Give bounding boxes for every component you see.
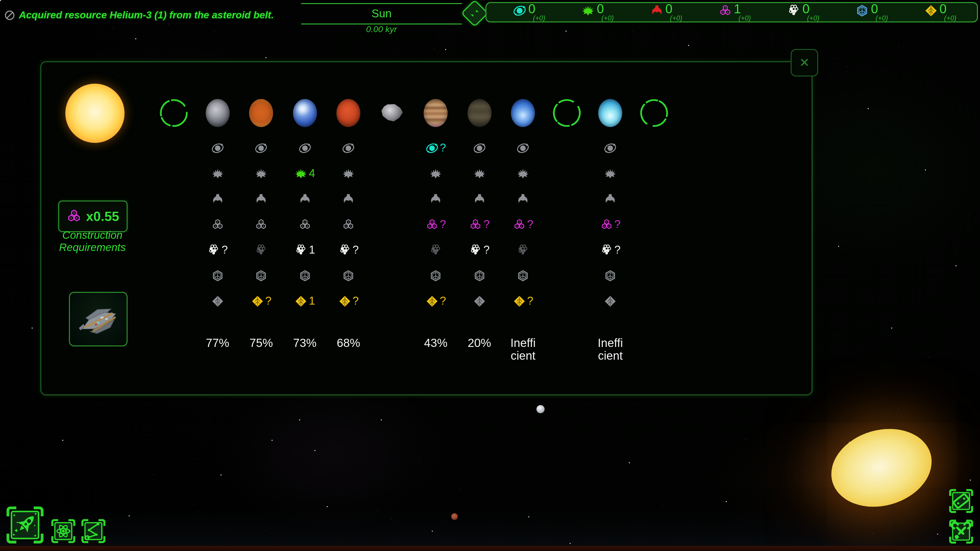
planet-mercury[interactable] bbox=[206, 96, 230, 130]
cell-jupiter-crystal bbox=[430, 263, 442, 288]
routes-button[interactable] bbox=[81, 519, 106, 543]
cell-uranus-helium-3: ? bbox=[600, 212, 620, 237]
planet-saturn[interactable] bbox=[468, 96, 492, 130]
cell-jupiter-flora bbox=[430, 161, 442, 186]
star-sun[interactable] bbox=[65, 84, 124, 143]
cell-saturn-planets bbox=[473, 135, 486, 161]
construction-multiplier: x0.55 bbox=[86, 208, 119, 224]
swap-arrows-button[interactable] bbox=[461, 0, 488, 27]
plant-icon bbox=[342, 167, 355, 180]
atom-cluster-icon bbox=[469, 244, 482, 256]
orbit-slot[interactable] bbox=[552, 96, 581, 130]
atom-cluster-icon bbox=[787, 4, 800, 17]
orbit-icon bbox=[513, 3, 526, 19]
column-mercury: ?77% bbox=[196, 96, 239, 362]
cell-value: ? bbox=[527, 218, 533, 231]
planet-neptune[interactable] bbox=[511, 96, 535, 130]
research-button[interactable] bbox=[51, 519, 76, 543]
efficiency-neptune: Inefficient bbox=[511, 337, 536, 362]
planet-mars-sphere bbox=[337, 99, 361, 127]
gem-icon bbox=[425, 295, 438, 307]
planet-jupiter-sphere bbox=[424, 99, 448, 127]
cell-mercury-crystal bbox=[211, 263, 224, 288]
cell-mars-fauna bbox=[342, 186, 355, 212]
resource-flora[interactable]: 0(+0) bbox=[582, 3, 614, 21]
resource-planets[interactable]: 0(+0) bbox=[513, 3, 546, 21]
cell-venus-crystal bbox=[255, 263, 268, 288]
orbit-icon bbox=[473, 141, 486, 154]
column-asteroid-belt bbox=[370, 96, 414, 362]
planet-mars[interactable] bbox=[337, 96, 361, 130]
plant-icon bbox=[582, 4, 595, 17]
cell-value: 4 bbox=[309, 167, 315, 180]
molecule-icon bbox=[67, 209, 82, 224]
orbit-icon bbox=[255, 141, 268, 154]
cell-uranus-crystal bbox=[604, 263, 617, 288]
claw-icon bbox=[255, 192, 268, 205]
resource-minerals[interactable]: 0(+0) bbox=[924, 3, 956, 21]
orbit-slot[interactable] bbox=[159, 96, 189, 130]
cell-neptune-flora bbox=[517, 161, 530, 186]
atom-cluster-icon bbox=[600, 244, 613, 256]
cell-saturn-helium-3: ? bbox=[469, 212, 490, 237]
background-red-planet[interactable] bbox=[451, 513, 458, 520]
atom-cluster-icon bbox=[787, 3, 800, 19]
planet-asteroid-belt[interactable] bbox=[382, 96, 403, 130]
cell-mercury-planets bbox=[211, 135, 224, 161]
cell-mars-crystal bbox=[342, 263, 355, 288]
column-uranus: ??Inefficient bbox=[589, 96, 632, 362]
gem-icon bbox=[924, 4, 937, 17]
ships-button[interactable] bbox=[6, 506, 44, 544]
planet-venus[interactable] bbox=[249, 96, 273, 130]
cell-saturn-heavy-elements: ? bbox=[469, 237, 490, 263]
cell-jupiter-minerals: ? bbox=[425, 288, 446, 314]
log-button[interactable] bbox=[949, 489, 974, 513]
resource-value: 0 bbox=[802, 3, 819, 15]
planet-uranus[interactable] bbox=[598, 96, 622, 130]
resource-fauna[interactable]: 0(+0) bbox=[650, 3, 682, 21]
resource-value: 0 bbox=[665, 3, 682, 15]
cell-value: ? bbox=[440, 218, 446, 231]
planet-earth[interactable] bbox=[293, 96, 317, 130]
resource-crystal[interactable]: 0(+0) bbox=[856, 3, 888, 21]
efficiency-uranus: Inefficient bbox=[598, 337, 623, 362]
cell-uranus-planets bbox=[604, 135, 617, 161]
cell-saturn-minerals bbox=[473, 288, 486, 314]
cell-saturn-fauna bbox=[473, 186, 486, 212]
cell-mars-flora bbox=[342, 161, 355, 186]
orbit-slot[interactable] bbox=[640, 96, 669, 130]
efficiency-venus: 75% bbox=[249, 337, 273, 349]
cell-jupiter-helium-3: ? bbox=[425, 212, 446, 237]
resource-heavy-elements[interactable]: 0(+0) bbox=[787, 3, 819, 21]
plant-icon bbox=[517, 167, 530, 180]
resource-value: 0 bbox=[528, 3, 546, 15]
background-moon[interactable] bbox=[536, 405, 545, 413]
planet-jupiter[interactable] bbox=[424, 96, 448, 130]
crystal-icon bbox=[856, 3, 869, 19]
ship-thumbnail-box[interactable] bbox=[69, 292, 127, 346]
plant-icon bbox=[211, 167, 224, 180]
resource-delta: (+0) bbox=[670, 15, 682, 21]
empty-orbit-ring bbox=[547, 93, 586, 132]
cell-value: ? bbox=[484, 243, 490, 257]
engineering-button[interactable] bbox=[949, 519, 974, 544]
molecule-icon bbox=[299, 218, 311, 231]
cell-neptune-helium-3: ? bbox=[513, 212, 533, 237]
system-name: Sun bbox=[372, 7, 391, 21]
column-mars: ??68% bbox=[327, 96, 370, 362]
cell-uranus-flora bbox=[604, 161, 617, 186]
crystal-icon bbox=[255, 269, 268, 282]
claw-icon bbox=[517, 192, 530, 205]
empty-orbit-ring bbox=[634, 92, 675, 133]
resource-helium-3[interactable]: 1(+0) bbox=[719, 3, 751, 21]
cell-mercury-flora bbox=[211, 161, 224, 186]
crystal-icon bbox=[856, 4, 869, 17]
cell-value: ? bbox=[440, 294, 446, 308]
gem-icon bbox=[294, 295, 307, 307]
crystal-icon bbox=[473, 269, 486, 282]
cell-saturn-flora bbox=[473, 161, 486, 186]
prohibition-icon bbox=[4, 10, 15, 21]
claw-icon bbox=[604, 192, 617, 205]
plant-icon bbox=[294, 167, 307, 180]
close-button[interactable]: ✕ bbox=[791, 49, 818, 76]
